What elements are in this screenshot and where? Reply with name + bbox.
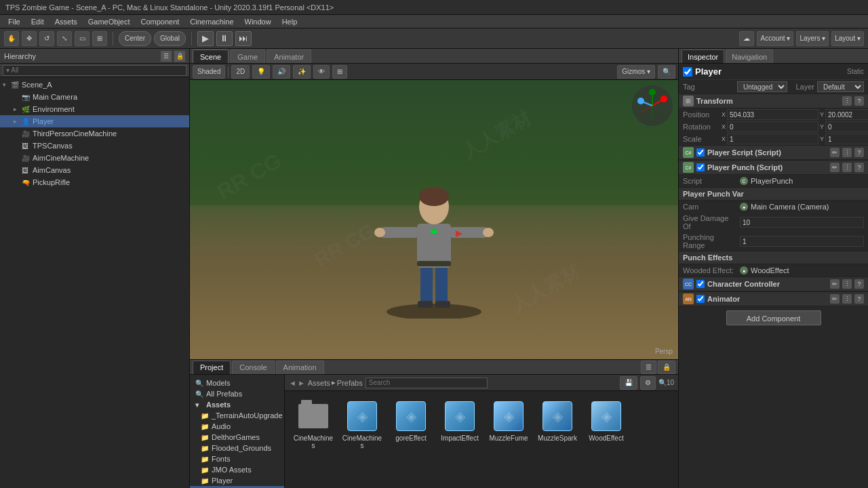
proj-item-assets[interactable]: ▾ Assets [190,399,284,410]
tab-animation[interactable]: Animation [276,361,324,374]
add-component-button[interactable]: Add Component [726,310,821,325]
collab-button[interactable]: ☁ [739,31,754,46]
transform-tool-all[interactable]: ⊞ [92,31,107,46]
tab-inspector[interactable]: Inspector [682,49,724,63]
position-x[interactable] [727,109,818,120]
menu-cinemachine[interactable]: Cinemachine [184,16,239,27]
transform-tool-rotate[interactable]: ↺ [39,31,54,46]
lighting-button[interactable]: 💡 [252,65,270,79]
tab-scene[interactable]: Scene [193,49,229,63]
script-edit-icon[interactable]: ✏ [830,148,840,157]
script-menu-icon[interactable]: ⋮ [842,148,852,157]
proj-item-player[interactable]: 📁 Player [190,475,284,486]
menu-help[interactable]: Help [277,16,303,27]
layer-dropdown[interactable]: Default [817,81,864,92]
breadcrumb-prefabs[interactable]: Prefabs [337,379,363,387]
hier-item-aimcanvas[interactable]: 🖼 AimCanvas [0,164,189,176]
hidden-objects-button[interactable]: 👁 [313,65,330,79]
asset-cinemachines-folder[interactable]: CineMachines [290,396,336,452]
punch-menu-icon[interactable]: ⋮ [842,163,852,172]
punch-edit-icon[interactable]: ✏ [830,163,840,172]
proj-item-delthor[interactable]: 📁 DelthorGames [190,432,284,443]
step-button[interactable]: ⏭ [235,31,252,46]
asset-muzzle-fume[interactable]: ◈ MuzzleFume [486,396,532,452]
nav-back[interactable]: ◄ [289,379,296,387]
play-button[interactable]: ▶ [197,31,214,46]
2d-button[interactable]: 2D [231,65,250,79]
anim-edit-icon[interactable]: ✏ [830,294,840,304]
menu-file[interactable]: File [3,16,26,27]
anim-menu-icon[interactable]: ⋮ [842,294,852,304]
transform-tool-scale[interactable]: ⤡ [57,31,72,46]
player-punch-header[interactable]: C# Player Punch (Script) ✏ ⋮ ? [679,160,868,175]
bottom-lock-btn[interactable]: 🔒 [658,361,675,374]
menu-assets[interactable]: Assets [50,16,83,27]
punch-effects-section[interactable]: Punch Effects [679,251,868,264]
assets-settings-btn[interactable]: ⚙ [640,376,656,390]
space-toggle[interactable]: Global [154,31,186,46]
cc-menu-icon[interactable]: ⋮ [842,279,852,289]
proj-item-models[interactable]: 🔍 Models [190,378,284,388]
tab-animator[interactable]: Animator [267,49,311,63]
pause-button[interactable]: ⏸ [216,31,233,46]
bottom-menu-btn[interactable]: ☰ [641,361,656,374]
anim-help-icon[interactable]: ? [854,294,864,304]
scene-search[interactable]: 🔍 [658,65,675,79]
proj-item-all-prefabs[interactable]: 🔍 All Prefabs [190,388,284,399]
audio-button[interactable]: 🔊 [273,65,290,79]
transform-tool-move[interactable]: ✥ [22,31,37,46]
transform-tool-hand[interactable]: ✋ [4,31,19,46]
damage-input[interactable] [740,217,864,228]
tab-console[interactable]: Console [232,361,274,374]
scale-x[interactable] [727,134,818,144]
shading-dropdown[interactable]: Shaded [193,65,225,79]
hier-item-environment[interactable]: ▸ 🌿 Environment [0,103,189,115]
hier-item-thirdperson[interactable]: 🎥 ThirdPersonCineMachine [0,127,189,140]
punch-var-section[interactable]: Player Punch Var [679,187,868,201]
range-input[interactable] [740,236,864,247]
nav-forward[interactable]: ► [298,379,305,387]
hier-item-scene[interactable]: ▾ 🎬 Scene_A [0,79,189,91]
menu-component[interactable]: Component [135,16,184,27]
punch-help-icon[interactable]: ? [854,163,864,172]
animator-checkbox[interactable] [696,295,705,303]
asset-cinemachines[interactable]: ◈ CineMachines [339,396,385,452]
asset-impact-effect[interactable]: ◈ ImpactEffect [437,396,483,452]
asset-wood-effect[interactable]: ◈ WoodEffect [583,396,629,452]
hierarchy-search-input[interactable] [3,65,186,76]
rotation-x[interactable] [727,121,818,132]
breadcrumb-assets[interactable]: Assets [308,379,330,387]
cc-help-icon[interactable]: ? [854,279,864,289]
menu-window[interactable]: Window [239,16,277,27]
transform-tool-rect[interactable]: ▭ [75,31,90,46]
proj-item-jmo[interactable]: 📁 JMO Assets [190,464,284,475]
hier-item-main-camera[interactable]: 📷 Main Camera [0,91,189,103]
proj-item-flooded[interactable]: 📁 Flooded_Grounds [190,443,284,453]
character-controller-header[interactable]: CC Character Controller ✏ ⋮ ? [679,277,868,291]
gizmo-widget[interactable] [632,85,673,126]
inspector-active-checkbox[interactable] [683,67,692,77]
cc-edit-icon[interactable]: ✏ [830,279,840,289]
rotation-y[interactable] [825,121,868,132]
asset-muzzle-spark[interactable]: ◈ MuzzleSpark [534,396,580,452]
pivot-toggle[interactable]: Center [119,31,151,46]
proj-item-fonts[interactable]: 📁 Fonts [190,453,284,464]
script-help-icon[interactable]: ? [854,148,864,157]
player-punch-checkbox[interactable] [696,163,705,171]
proj-item-terrain[interactable]: 📁 _TerrainAutoUpgrade [190,410,284,421]
assets-save-btn[interactable]: 💾 [620,376,637,390]
menu-edit[interactable]: Edit [26,16,50,27]
hier-item-pickuprifle[interactable]: 🔫 PickupRifle [0,176,189,188]
animator-header[interactable]: AN Animator ✏ ⋮ ? [679,291,868,306]
hierarchy-lock-btn[interactable]: 🔒 [174,51,185,62]
tab-project[interactable]: Project [193,361,231,374]
hier-item-player[interactable]: ▸ 👤 Player [0,115,189,127]
grid-button[interactable]: ⊞ [332,65,347,79]
tab-navigation[interactable]: Navigation [726,49,773,63]
tag-dropdown[interactable]: Untagged [737,81,787,92]
tab-game[interactable]: Game [230,49,265,63]
hier-item-tpscanvas[interactable]: 🖼 TPSCanvas [0,140,189,152]
layers-button[interactable]: Layers ▾ [796,31,829,46]
player-script-checkbox[interactable] [696,148,705,157]
assets-search-input[interactable] [366,378,488,388]
